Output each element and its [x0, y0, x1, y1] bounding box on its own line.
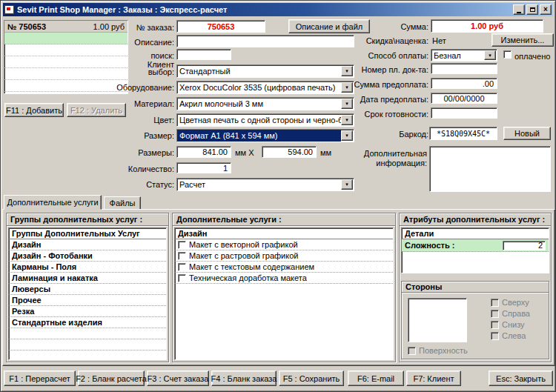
recalculate-button[interactable]: F1 : Перерасчет [4, 371, 76, 386]
tab-files[interactable]: Файлы [104, 196, 141, 210]
side-checkbox[interactable] [491, 332, 499, 340]
save-button[interactable]: F5 : Сохранить [279, 371, 344, 386]
doc-number-input[interactable] [431, 63, 497, 74]
attribute-details-list: Детали Сложность : 2 [401, 227, 549, 273]
quantity-input[interactable]: 1 [176, 162, 231, 173]
app-icon [4, 5, 14, 14]
material-label: Материал: [45, 99, 174, 109]
chevron-down-icon[interactable]: ▼ [484, 50, 496, 60]
complexity-row[interactable]: Сложность : 2 [402, 239, 549, 252]
group-item[interactable]: Стандартные изделия [9, 317, 166, 328]
search-input[interactable] [176, 49, 231, 60]
side-option[interactable]: Справа [491, 309, 530, 318]
order-invoice-button[interactable]: F3 : Счет заказа [147, 371, 209, 386]
equipment-label: Оборудование: [45, 82, 174, 93]
service-item[interactable]: Макет с векторной графикой [175, 239, 393, 250]
payment-method-value: Безнал [431, 50, 484, 61]
dimensions-unit-label: мм [320, 147, 331, 158]
maximize-icon [530, 7, 535, 12]
surface-option[interactable]: Поверхность [408, 346, 468, 355]
group-item[interactable]: Ламинация и накатка [9, 273, 166, 284]
sum-label: Сумма: [312, 21, 428, 32]
ready-date-input[interactable] [431, 107, 497, 119]
service-checkbox[interactable] [178, 274, 186, 282]
additional-info-textarea[interactable] [429, 146, 551, 192]
complexity-label: Сложность : [405, 241, 454, 250]
width-input[interactable]: 841.00 [176, 146, 231, 158]
client-label: выбор: [45, 67, 174, 77]
paid-checkbox-label: оплачено [514, 51, 550, 62]
group-item[interactable]: Дизайн - Фотобанки [9, 250, 166, 262]
size-label: Размер: [45, 130, 174, 141]
new-barcode-button[interactable]: Новый [503, 127, 551, 140]
minimize-button[interactable] [513, 4, 525, 15]
prepay-sum-label: Сумма предоплата: [312, 79, 428, 90]
close-window-button[interactable]: Esc: Закрыть [489, 371, 553, 386]
status-label: Статус: [45, 179, 174, 190]
group-item[interactable]: Карманы - Поля [9, 262, 166, 273]
order-form-button[interactable]: F4 : Бланк заказа [211, 371, 277, 386]
barcode-input[interactable]: *S18Q09X45C* [429, 127, 497, 140]
ready-date-label: Срок готовности: [312, 109, 428, 119]
payment-method-label: Способ оплаты: [312, 50, 428, 61]
service-attributes-panel-title: Атрибуты дополнительных услуг : [400, 213, 551, 226]
close-button[interactable]: × [540, 4, 552, 15]
side-option-label: Слева [502, 331, 526, 340]
side-checkbox[interactable] [491, 299, 499, 307]
sum-value: 1.00 руб [431, 19, 543, 33]
service-checkbox[interactable] [178, 252, 186, 260]
service-item[interactable]: Макет с растровой графикой [175, 250, 393, 262]
side-checkbox[interactable] [491, 310, 499, 318]
prepay-sum-input[interactable]: .00 [431, 78, 497, 89]
service-item[interactable]: Техническая доработка макета [175, 273, 393, 284]
surface-checkbox[interactable] [408, 347, 416, 355]
sides-preview-box [408, 298, 467, 342]
quantity-label: Количество: [45, 164, 174, 174]
service-checkbox[interactable] [178, 241, 186, 249]
group-item[interactable]: Прочее [9, 295, 166, 306]
service-checkbox[interactable] [178, 263, 186, 271]
side-checkbox[interactable] [491, 321, 499, 329]
attribute-details-header: Детали [402, 228, 549, 239]
additional-services-list-header: Дизайн [175, 228, 393, 239]
additional-services-panel-title: Дополнительные услуги : [173, 213, 395, 226]
status-dropdown[interactable]: Расчет ▼ [176, 178, 354, 191]
list-empty-row [9, 351, 166, 360]
sides-panel: Стороны Сверху Справа Снизу Слева Поверх… [401, 281, 549, 359]
surface-option-label: Поверхность [419, 346, 468, 355]
order-number-header: № 750653 [7, 22, 46, 31]
discount-value: Нет [432, 36, 446, 46]
service-item-label: Макет с текстовым содержанием [189, 262, 314, 271]
maximize-button[interactable] [526, 4, 538, 15]
paid-checkbox[interactable] [503, 50, 512, 59]
chevron-down-icon[interactable]: ▼ [341, 179, 353, 190]
prepay-date-label: Дата предоплаты: [312, 94, 428, 104]
doc-number-label: Номер пл. док-та: [312, 64, 428, 75]
height-input[interactable]: 594.00 [262, 146, 317, 158]
sides-panel-title: Стороны [402, 282, 549, 293]
title-bar: Sevit Print Shop Manager : Заказы : Эксп… [3, 3, 553, 16]
email-button[interactable]: F6: E-mail [348, 371, 404, 386]
list-empty-row [9, 328, 166, 339]
tab-additional-services[interactable]: Дополнительные услуги [4, 195, 102, 210]
side-option-label: Справа [502, 309, 530, 318]
dimensions-separator-label: мм X [235, 147, 254, 158]
complexity-input[interactable]: 2 [503, 241, 546, 250]
group-item[interactable]: Резка [9, 306, 166, 317]
group-item[interactable]: Люверсы [9, 284, 166, 295]
dimensions-label: Размеры: [45, 147, 174, 158]
calc-form-button[interactable]: F2 : Бланк расчета [78, 371, 145, 386]
order-number-label: № заказа: [45, 22, 174, 33]
service-groups-panel-title: Группы дополнительных услуг : [7, 213, 168, 226]
group-item[interactable]: Дизайн [9, 239, 166, 250]
side-option[interactable]: Снизу [491, 320, 525, 329]
side-option[interactable]: Сверху [491, 298, 529, 307]
service-item[interactable]: Макет с текстовым содержанием [175, 262, 393, 273]
prepay-date-input[interactable]: 00/00/0000 [431, 93, 497, 104]
payment-method-dropdown[interactable]: Безнал ▼ [431, 49, 497, 62]
side-option[interactable]: Слева [491, 331, 526, 340]
order-number-value: 750653 [176, 20, 265, 33]
additional-info-label: Дополнительная информация: [354, 149, 427, 168]
client-button[interactable]: F7: Клиент [406, 371, 461, 386]
change-sum-button[interactable]: Изменить... [492, 33, 554, 47]
